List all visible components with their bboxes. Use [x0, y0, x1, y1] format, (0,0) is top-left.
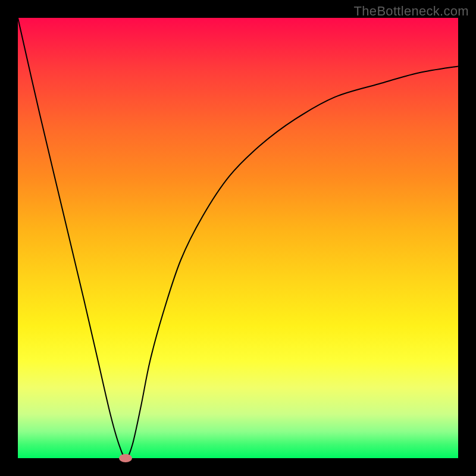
bottleneck-curve	[18, 18, 458, 458]
curve-layer	[18, 18, 458, 458]
watermark-text: TheBottleneck.com	[354, 4, 469, 19]
chart-frame: TheBottleneck.com	[0, 0, 476, 476]
optimal-marker	[119, 454, 132, 462]
plot-area	[18, 18, 458, 458]
